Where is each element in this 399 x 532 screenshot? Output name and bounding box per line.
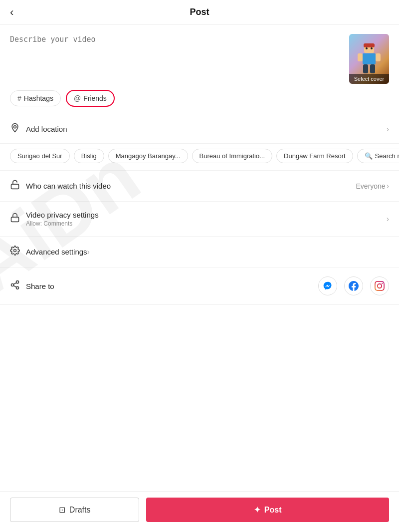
svg-rect-6 <box>376 53 381 61</box>
svg-rect-1 <box>364 43 375 47</box>
page-title: Post <box>190 7 209 17</box>
at-icon: @ <box>74 94 81 102</box>
messenger-button[interactable] <box>318 276 337 295</box>
lock-icon <box>10 213 20 225</box>
svg-rect-4 <box>363 53 376 64</box>
bottom-bar: ⊡ Drafts ✦ Post <box>0 491 399 532</box>
svg-point-12 <box>14 250 16 252</box>
search-more-chip[interactable]: 🔍 Search more <box>357 149 399 163</box>
instagram-button[interactable] <box>370 276 389 295</box>
header: ‹ Post <box>0 0 399 25</box>
chip-surigao[interactable]: Surigao del Sur <box>10 149 70 163</box>
advanced-settings-chevron: › <box>87 248 90 257</box>
friends-button[interactable]: @ Friends <box>66 90 115 107</box>
advanced-settings-label: Advanced settings <box>26 248 87 256</box>
video-privacy-sublabel: Allow: Comments <box>26 220 387 227</box>
share-to-row: Share to <box>0 267 399 305</box>
post-button[interactable]: ✦ Post <box>146 498 389 522</box>
svg-point-9 <box>14 126 16 128</box>
who-can-watch-label: Who can watch this video <box>26 182 356 191</box>
who-can-watch-value: Everyone › <box>356 182 389 191</box>
search-more-label: Search more <box>375 152 399 160</box>
description-area: Select cover <box>0 25 399 90</box>
who-watch-chevron: › <box>387 182 389 191</box>
drafts-label: Drafts <box>69 506 91 515</box>
svg-point-3 <box>371 47 373 49</box>
who-can-watch-row[interactable]: Who can watch this video Everyone › <box>0 171 399 202</box>
hashtags-label: Hashtags <box>24 94 53 102</box>
svg-rect-8 <box>370 64 375 73</box>
back-button[interactable]: ‹ <box>10 6 13 19</box>
video-privacy-content: Video privacy settings Allow: Comments <box>26 211 387 227</box>
social-icons <box>318 276 389 295</box>
svg-rect-7 <box>363 64 368 73</box>
svg-rect-11 <box>11 217 19 222</box>
location-icon <box>10 123 20 135</box>
post-label: Post <box>264 506 282 515</box>
location-chips: Surigao del Sur Bislig Mangagoy Barangay… <box>0 144 399 171</box>
hashtags-button[interactable]: # Hashtags <box>10 90 61 106</box>
svg-line-17 <box>13 282 16 284</box>
drafts-button[interactable]: ⊡ Drafts <box>10 498 139 522</box>
location-chevron: › <box>387 125 389 134</box>
video-privacy-label: Video privacy settings <box>26 211 387 219</box>
facebook-button[interactable] <box>344 276 363 295</box>
select-cover-label[interactable]: Select cover <box>349 74 389 84</box>
video-privacy-row[interactable]: Video privacy settings Allow: Comments › <box>0 202 399 237</box>
advanced-settings-row[interactable]: Advanced settings › <box>0 237 399 267</box>
svg-point-2 <box>366 47 368 49</box>
friends-label: Friends <box>83 94 107 102</box>
post-icon: ✦ <box>254 505 260 515</box>
chip-dungaw[interactable]: Dungaw Farm Resort <box>276 149 353 163</box>
share-to-label: Share to <box>26 282 318 290</box>
gear-icon <box>10 246 20 258</box>
location-label: Add location <box>26 125 387 133</box>
chip-bislig[interactable]: Bislig <box>74 149 104 163</box>
svg-rect-5 <box>358 53 363 61</box>
svg-line-16 <box>13 285 16 287</box>
description-input[interactable] <box>10 34 349 62</box>
share-icon <box>10 280 20 292</box>
chip-mangagoy[interactable]: Mangagoy Barangay... <box>108 149 188 163</box>
search-icon: 🔍 <box>365 152 373 160</box>
add-location-row[interactable]: Add location › <box>0 115 399 144</box>
tags-row: # Hashtags @ Friends <box>0 90 399 115</box>
video-privacy-chevron: › <box>387 215 389 224</box>
chip-bureau[interactable]: Bureau of Immigratio... <box>192 149 273 163</box>
drafts-icon: ⊡ <box>59 505 65 515</box>
hashtag-icon: # <box>17 94 21 102</box>
lock-open-icon <box>10 180 20 192</box>
svg-rect-10 <box>11 184 19 189</box>
cover-thumbnail[interactable]: Select cover <box>349 34 389 84</box>
